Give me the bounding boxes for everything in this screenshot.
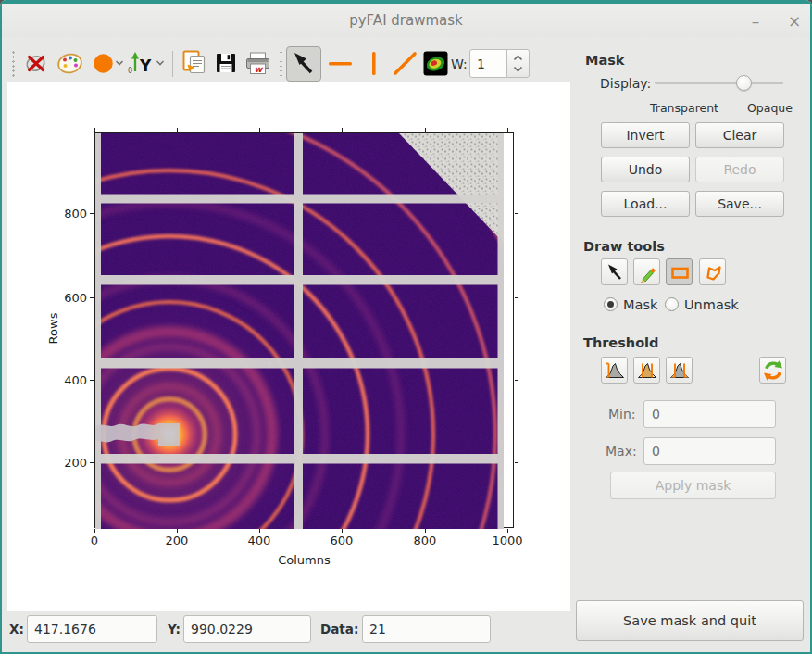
mask-between-threshold-button[interactable] [633, 357, 660, 384]
mask-above-threshold-button[interactable] [666, 357, 693, 384]
x-axis-label: Columns [94, 553, 514, 567]
min-label: Min: [608, 407, 636, 421]
polygon-tool-button[interactable] [699, 258, 726, 285]
x-tick-label: 800 [405, 534, 445, 547]
x-tick [94, 529, 95, 533]
x-tick [342, 529, 343, 533]
status-data-value [362, 615, 491, 643]
mask-opacity-slider-track[interactable] [655, 82, 783, 84]
clear-profile-icon[interactable] [423, 51, 448, 76]
reset-zoom-icon[interactable] [24, 51, 49, 76]
status-data-label: Data: [320, 622, 358, 636]
mask-section-title: Mask [585, 53, 625, 68]
x-tick-label: 400 [239, 534, 280, 547]
aspect-ratio-chevron-icon[interactable] [115, 59, 124, 67]
profile-width-stepper[interactable] [506, 49, 530, 78]
window-border-left [0, 0, 2, 654]
min-input[interactable] [643, 400, 776, 428]
y-axis-label: Rows [46, 311, 60, 346]
close-button[interactable]: × [781, 9, 807, 33]
save-snapshot-icon[interactable] [214, 51, 238, 75]
x-tick [507, 529, 508, 533]
max-label: Max: [606, 444, 637, 459]
plot-axes[interactable] [94, 132, 514, 528]
transparent-label: Transparent [650, 101, 718, 115]
save-mask-button[interactable]: Save... [695, 191, 784, 217]
colormap-palette-icon[interactable] [56, 51, 83, 76]
x-tick-label: 200 [156, 534, 197, 547]
svg-text:0: 0 [128, 67, 132, 75]
x-tick-label: 600 [321, 534, 362, 547]
line-profile-icon[interactable] [393, 51, 418, 76]
browse-mode-button[interactable] [286, 46, 321, 82]
x-tick [177, 529, 178, 533]
svg-text:w: w [255, 64, 264, 74]
y-axis-orientation-icon[interactable]: 0 Y [126, 49, 155, 77]
diffraction-image[interactable] [95, 133, 515, 529]
y-tick-label: 800 [56, 207, 87, 220]
window-title: pyFAI drawmask [2, 12, 810, 29]
horizontal-profile-icon[interactable] [328, 51, 353, 76]
opaque-label: Opaque [747, 101, 793, 115]
x-tick [259, 529, 260, 533]
svg-text:Y: Y [139, 57, 152, 75]
y-axis-chevron-icon[interactable] [156, 59, 165, 67]
y-tick-label: 400 [56, 373, 87, 387]
unmask-radio[interactable] [665, 297, 679, 311]
app-window: pyFAI drawmask – × 0 Y [0, 0, 812, 654]
apply-mask-button[interactable]: Apply mask [610, 472, 776, 499]
x-tick-label: 0 [74, 534, 115, 547]
print-icon[interactable]: w [244, 50, 272, 77]
mask-below-threshold-button[interactable] [601, 357, 628, 384]
threshold-section-title: Threshold [583, 335, 658, 350]
mask-radio[interactable] [604, 297, 618, 311]
minimize-button[interactable]: – [743, 9, 768, 33]
mask-opacity-slider-thumb[interactable] [736, 75, 752, 91]
draw-tools-section-title: Draw tools [583, 239, 665, 254]
max-input[interactable] [643, 437, 776, 465]
status-y-label: Y: [168, 622, 181, 636]
toolbar-drag-handle[interactable] [12, 50, 15, 78]
status-x-label: X: [9, 622, 24, 636]
titlebar[interactable]: pyFAI drawmask – × [2, 4, 810, 37]
select-tool-button[interactable] [601, 258, 628, 285]
undo-button[interactable]: Undo [601, 157, 690, 182]
rectangle-tool-button[interactable] [666, 258, 693, 285]
profile-width-input[interactable] [469, 49, 507, 78]
y-tick-label: 200 [56, 456, 87, 470]
unmask-radio-label[interactable]: Unmask [684, 297, 739, 312]
redo-button[interactable]: Redo [695, 157, 784, 182]
toolbar-separator [172, 51, 173, 77]
vertical-profile-icon[interactable] [361, 51, 386, 76]
display-label: Display: [600, 76, 651, 91]
x-tick-label: 1000 [487, 534, 528, 547]
profile-width-label: W: [451, 57, 468, 71]
load-mask-button[interactable]: Load... [601, 191, 690, 217]
y-tick-label: 600 [56, 291, 87, 305]
clear-button[interactable]: Clear [695, 122, 784, 148]
status-y-value [183, 615, 311, 643]
aspect-ratio-icon[interactable] [93, 51, 114, 76]
status-x-value [27, 615, 157, 643]
pencil-tool-button[interactable] [633, 258, 660, 285]
save-mask-and-quit-button[interactable]: Save mask and quit [576, 600, 804, 641]
x-tick [425, 529, 426, 533]
copy-icon[interactable] [180, 48, 208, 78]
refresh-threshold-button[interactable] [759, 357, 786, 384]
invert-button[interactable]: Invert [601, 122, 690, 148]
mask-radio-label[interactable]: Mask [623, 297, 657, 312]
profile-toolbar-drag-handle[interactable] [280, 50, 282, 78]
